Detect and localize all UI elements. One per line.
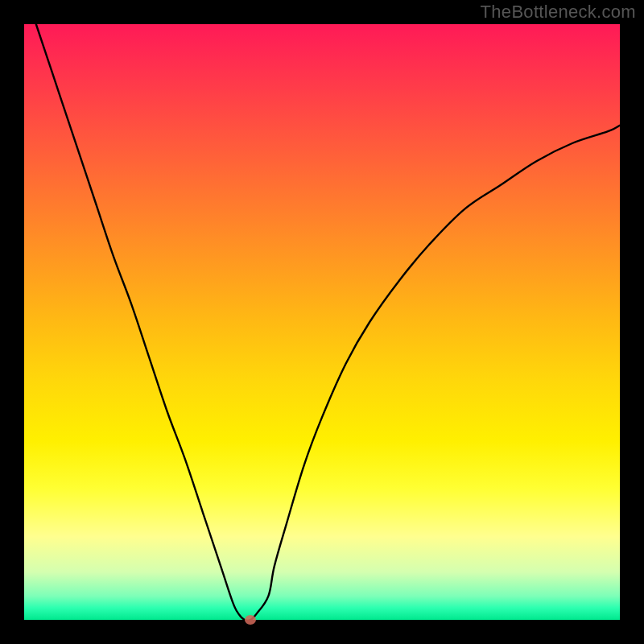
optimum-marker — [245, 615, 256, 625]
chart-frame: TheBottleneck.com — [0, 0, 644, 644]
watermark-text: TheBottleneck.com — [481, 2, 636, 23]
curve-path — [36, 24, 620, 621]
bottleneck-curve — [24, 24, 620, 620]
